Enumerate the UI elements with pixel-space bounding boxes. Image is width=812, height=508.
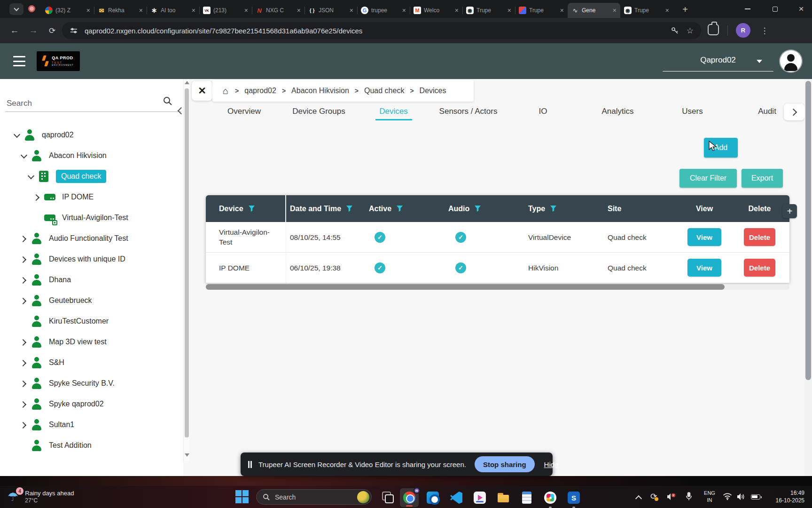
delete-button[interactable]: Delete bbox=[744, 228, 775, 246]
section-tab[interactable]: Users bbox=[655, 103, 730, 120]
view-button[interactable]: View bbox=[687, 259, 721, 277]
add-column-button[interactable]: + bbox=[782, 204, 797, 218]
filter-icon[interactable] bbox=[396, 205, 403, 212]
site-info-icon[interactable] bbox=[70, 26, 78, 35]
new-tab-button[interactable]: + bbox=[679, 3, 692, 16]
tab-close-icon[interactable]: × bbox=[508, 7, 511, 14]
tree-item[interactable]: Devices with unique ID bbox=[0, 249, 183, 270]
tree-item[interactable]: Geutebrueck bbox=[0, 290, 183, 311]
tree-item-label[interactable]: Virtual-Avigilon-Test bbox=[62, 214, 128, 222]
tabs-scroll-right-button[interactable] bbox=[784, 103, 804, 120]
tree-item-label[interactable]: Dhana bbox=[49, 276, 71, 284]
table-column-header[interactable]: Delete bbox=[730, 195, 789, 222]
weather-widget[interactable]: ☂ 4 Rainy days ahead 27°C bbox=[8, 488, 74, 506]
tree-chevron-icon[interactable] bbox=[20, 318, 27, 325]
hide-link[interactable]: Hide bbox=[544, 460, 559, 468]
tree-item-label[interactable]: Sultan1 bbox=[49, 421, 74, 429]
tree-chevron-icon[interactable] bbox=[20, 235, 27, 242]
volume-icon[interactable] bbox=[737, 493, 746, 500]
breadcrumb-item[interactable]: > qaprod02 bbox=[229, 87, 276, 95]
section-tab[interactable]: Sensors / Actors bbox=[431, 103, 506, 120]
task-view-icon[interactable] bbox=[382, 491, 394, 503]
tree-item-label[interactable]: Test Addition bbox=[49, 441, 92, 450]
tree-item[interactable]: Spyke Security B.V. bbox=[0, 373, 183, 394]
section-tab[interactable]: Device Groups bbox=[281, 103, 356, 120]
taskbar-app-icon[interactable] bbox=[494, 488, 513, 507]
app-logo[interactable]: QA PROD TEST ENVIRONMENT bbox=[37, 51, 80, 71]
table-column-header[interactable]: Site bbox=[604, 195, 679, 222]
back-button[interactable]: ← bbox=[8, 24, 22, 38]
section-tab[interactable]: Analytics bbox=[580, 103, 655, 120]
table-column-header[interactable]: Device bbox=[206, 195, 286, 222]
hamburger-menu-icon[interactable] bbox=[13, 56, 25, 66]
start-button[interactable] bbox=[235, 490, 249, 503]
tree-item-label[interactable]: Map 3D view test bbox=[49, 338, 107, 346]
extensions-icon[interactable] bbox=[708, 24, 719, 35]
tabs-scroll-left-icon[interactable] bbox=[177, 107, 184, 115]
breadcrumb-label[interactable]: qaprod02 bbox=[244, 87, 276, 95]
tree-item-label[interactable]: Devices with unique ID bbox=[49, 255, 125, 263]
user-avatar[interactable] bbox=[780, 50, 802, 72]
tab-close-icon[interactable]: × bbox=[665, 7, 669, 14]
window-maximize-button[interactable] bbox=[764, 0, 786, 18]
tree-item-label[interactable]: IP DOME bbox=[62, 193, 94, 201]
tree-item-label[interactable]: Abacon Hikvision bbox=[49, 151, 107, 160]
browser-tab[interactable]: ∿ Gene × bbox=[568, 3, 620, 18]
tree-item-label[interactable]: Spyke Security B.V. bbox=[49, 379, 115, 388]
search-icon[interactable] bbox=[163, 96, 173, 106]
tree-item[interactable]: Test Addition bbox=[0, 435, 183, 456]
browser-tab[interactable]: G trupee × bbox=[357, 3, 410, 18]
breadcrumb-item[interactable]: > Devices bbox=[404, 87, 446, 95]
wifi-icon[interactable] bbox=[723, 493, 732, 500]
breadcrumb-item[interactable]: > Quad check bbox=[349, 87, 405, 95]
breadcrumb-label[interactable]: Abacon Hikvision bbox=[291, 87, 349, 95]
tree-item[interactable]: qaprod02 bbox=[0, 125, 183, 145]
section-tab[interactable]: IO bbox=[506, 103, 580, 120]
tree-item[interactable]: Virtual-Avigilon-Test bbox=[0, 207, 183, 228]
tab-close-icon[interactable]: × bbox=[350, 7, 353, 14]
breadcrumb-label[interactable]: Devices bbox=[420, 87, 446, 95]
tree-chevron-icon[interactable] bbox=[20, 339, 27, 345]
table-column-header[interactable]: Type bbox=[523, 195, 604, 222]
table-column-header[interactable]: Date and Time bbox=[286, 195, 365, 222]
browser-tab[interactable]: ◉ Trupe × bbox=[462, 3, 515, 18]
page-scrollbar-thumb[interactable] bbox=[805, 81, 811, 380]
tab-close-icon[interactable]: × bbox=[139, 7, 143, 14]
tree-chevron-icon[interactable] bbox=[20, 380, 27, 387]
taskbar-app-icon[interactable] bbox=[447, 488, 466, 507]
taskbar-app-icon[interactable]: S bbox=[564, 488, 583, 507]
tree-chevron-icon[interactable] bbox=[27, 173, 34, 180]
tree-item-label[interactable]: Quad check bbox=[56, 170, 106, 183]
filter-icon[interactable] bbox=[550, 205, 557, 212]
taskbar-search[interactable]: Search bbox=[256, 489, 372, 505]
taskbar-app-icon[interactable] bbox=[470, 488, 489, 507]
address-bar[interactable]: qaprod02.nxgen.cloud/configuration/site/… bbox=[62, 22, 701, 39]
search-input[interactable]: Search bbox=[7, 99, 32, 108]
bookmark-star-icon[interactable]: ☆ bbox=[687, 26, 694, 36]
password-key-icon[interactable] bbox=[671, 26, 679, 35]
clear-filter-button[interactable]: Clear Filter bbox=[679, 169, 737, 188]
tree-chevron-icon[interactable] bbox=[20, 421, 27, 428]
scroll-up-arrow-icon[interactable] bbox=[185, 81, 189, 84]
tree-item-label[interactable]: Spyke qaprod02 bbox=[49, 400, 104, 408]
tab-close-icon[interactable]: × bbox=[244, 7, 248, 14]
tree-item[interactable]: Dhana bbox=[0, 270, 183, 290]
filter-icon[interactable] bbox=[474, 205, 481, 212]
muted-speaker-icon[interactable] bbox=[667, 493, 676, 500]
microphone-icon[interactable] bbox=[685, 492, 693, 501]
language-indicator[interactable]: ENG IN bbox=[701, 490, 718, 504]
browser-menu-icon[interactable]: ⋮ bbox=[757, 24, 772, 38]
tree-item[interactable]: Audio Functionality Test bbox=[0, 228, 183, 249]
tree-item[interactable]: S&H bbox=[0, 352, 183, 373]
tab-close-icon[interactable]: × bbox=[297, 7, 301, 14]
tree-chevron-icon[interactable] bbox=[20, 277, 27, 283]
tree-chevron-icon[interactable] bbox=[33, 194, 40, 200]
browser-tab[interactable]: (32) Z × bbox=[41, 3, 94, 18]
breadcrumb-item[interactable]: > Abacon Hikvision bbox=[276, 87, 349, 95]
tree-item[interactable]: Sultan1 bbox=[0, 414, 183, 435]
tree-item[interactable]: Quad check bbox=[0, 166, 183, 187]
tree-item-label[interactable]: Audio Functionality Test bbox=[49, 234, 128, 243]
table-column-header[interactable]: View bbox=[679, 195, 730, 222]
table-horizontal-scrollbar[interactable] bbox=[206, 284, 789, 290]
tree-item-label[interactable]: KiruTestCustomer bbox=[49, 317, 109, 325]
